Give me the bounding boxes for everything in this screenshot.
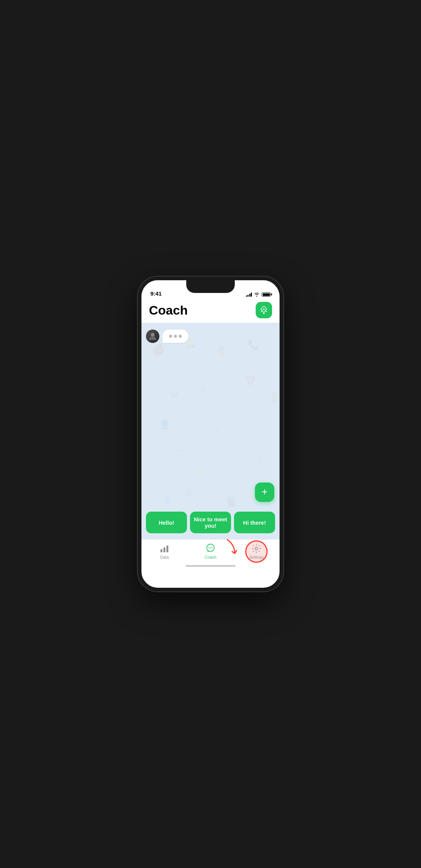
svg-text:📄: 📄: [248, 415, 259, 427]
notch: [186, 280, 235, 293]
tab-settings-label: Settings: [249, 555, 264, 559]
coach-icon: [205, 543, 216, 554]
rocket-icon: [259, 306, 268, 315]
avatar: [146, 330, 159, 343]
svg-text:✂: ✂: [263, 431, 270, 440]
typing-dot-2: [174, 335, 177, 338]
chat-area: 🍎 🔔 🏅 📞 🍴 ❤ ⚙ 📅 👤 ⚗ 📄: [141, 323, 280, 539]
svg-point-25: [151, 333, 155, 337]
tab-coach-label: Coach: [205, 555, 216, 559]
svg-text:✏: ✏: [149, 470, 155, 478]
svg-rect-28: [166, 546, 168, 552]
app-header: Coach: [141, 299, 280, 323]
svg-text:⚙: ⚙: [198, 384, 206, 394]
plus-icon: +: [262, 487, 268, 497]
arrow-indicator: [222, 537, 240, 559]
svg-text:🏆: 🏆: [269, 392, 279, 402]
svg-point-31: [212, 547, 212, 548]
svg-text:⚠: ⚠: [255, 455, 263, 465]
add-button[interactable]: +: [255, 483, 274, 502]
avatar-icon: [147, 331, 158, 341]
bottom-nav: Data Coach Settings: [141, 539, 280, 570]
quick-reply-hello[interactable]: Hello!: [146, 512, 187, 533]
svg-text:📓: 📓: [227, 497, 237, 508]
svg-text:🏅: 🏅: [216, 346, 227, 357]
svg-point-32: [255, 547, 258, 550]
svg-point-0: [263, 309, 265, 310]
background-pattern: 🍎 🔔 🏅 📞 🍴 ❤ ⚙ 📅 👤 ⚗ 📄: [141, 323, 280, 539]
svg-text:👤: 👤: [159, 419, 171, 430]
rocket-button[interactable]: [256, 302, 272, 318]
signal-icon: [246, 292, 252, 297]
typing-bubble: [162, 330, 188, 343]
quick-reply-nice-to-meet[interactable]: Nice to meet you!: [190, 512, 231, 533]
svg-text:🍴: 🍴: [149, 377, 159, 387]
svg-rect-27: [163, 547, 165, 552]
typing-dot-3: [179, 335, 182, 338]
quick-reply-hi-there[interactable]: Hi there!: [234, 512, 275, 533]
page-title: Coach: [149, 303, 188, 318]
svg-point-29: [209, 547, 209, 548]
svg-text:📁: 📁: [194, 469, 205, 479]
status-icons: [246, 292, 271, 297]
wifi-icon: [254, 292, 260, 297]
home-indicator: [185, 565, 236, 567]
tab-data-label: Data: [160, 555, 169, 559]
phone-frame: 9:41 Coach: [138, 277, 283, 591]
typing-dot-1: [169, 335, 172, 338]
battery-icon: [262, 292, 271, 297]
quick-replies: Hello! Nice to meet you! Hi there!: [146, 512, 275, 533]
settings-icon: [251, 543, 262, 554]
data-icon: [159, 543, 170, 554]
tab-settings[interactable]: Settings: [234, 543, 280, 559]
status-time: 9:41: [150, 290, 162, 297]
tab-data[interactable]: Data: [141, 543, 187, 559]
svg-text:📞: 📞: [248, 339, 259, 350]
typing-indicator: [146, 330, 188, 343]
svg-rect-26: [160, 549, 162, 552]
svg-text:⚗: ⚗: [212, 427, 220, 436]
svg-text:🍎: 🍎: [152, 343, 165, 356]
svg-text:⚖: ⚖: [177, 447, 185, 458]
svg-text:💧: 💧: [163, 494, 173, 504]
svg-text:❤: ❤: [170, 390, 178, 402]
svg-text:🔬: 🔬: [184, 487, 194, 497]
svg-text:📅: 📅: [244, 376, 257, 388]
svg-point-30: [210, 547, 211, 548]
